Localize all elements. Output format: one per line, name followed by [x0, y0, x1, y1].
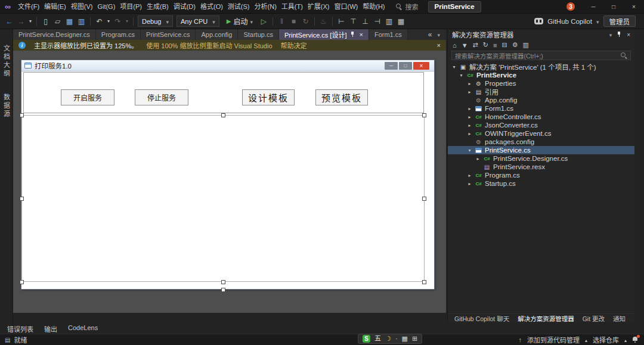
sogou-logo[interactable]: S — [363, 335, 370, 343]
tree-expander-icon[interactable]: ▾ — [459, 73, 464, 78]
configuration-dropdown[interactable]: Debug — [138, 15, 173, 27]
forward-icon[interactable]: → — [16, 15, 27, 27]
sync-with-active-document-icon[interactable]: ⇄ — [473, 41, 478, 49]
tree-expander-icon[interactable]: ▸ — [467, 81, 472, 86]
form-main-panel[interactable] — [21, 115, 425, 282]
tree-expander-icon[interactable]: ▸ — [475, 156, 481, 161]
tree-expander-icon[interactable]: ▸ — [467, 106, 472, 111]
document-tab[interactable]: PrintService.Designer.cs — [13, 29, 96, 40]
designer-button[interactable]: 预览模板 — [315, 89, 368, 105]
toolbox-icon[interactable]: ⊞ — [412, 335, 417, 342]
selection-handle[interactable] — [422, 280, 426, 284]
chevron-up-icon[interactable] — [585, 336, 587, 343]
start-debugging-button[interactable]: 启动 — [223, 15, 256, 27]
new-file-icon[interactable]: ▯ — [40, 15, 51, 27]
panel-tab[interactable]: GitHub Copilot 聊天 — [450, 314, 513, 323]
document-tab[interactable]: PrintService.cs — [141, 29, 196, 40]
close-panel-icon[interactable] — [627, 32, 630, 38]
tree-item[interactable]: ▸ JsonConverter.cs — [448, 121, 634, 129]
github-copilot-icon[interactable] — [534, 18, 543, 24]
menu-item[interactable]: 文件(F) — [16, 0, 42, 13]
align-tops-icon[interactable]: ⊤ — [348, 15, 359, 27]
back-icon[interactable]: ← — [4, 15, 15, 27]
soft-keyboard-icon[interactable]: ▦ — [402, 335, 408, 342]
refresh-icon[interactable]: ↻ — [483, 41, 488, 49]
save-all-icon[interactable]: ▥ — [76, 15, 87, 27]
designer-button[interactable]: 停止服务 — [135, 89, 188, 105]
menu-item[interactable]: 扩展(X) — [305, 0, 332, 13]
document-tab[interactable]: Program.cs — [96, 29, 141, 40]
menu-item[interactable]: Git(G) — [95, 0, 117, 13]
window-position-icon[interactable] — [609, 32, 612, 38]
solution-explorer-search-input[interactable]: 搜索解决方案资源管理器(Ctrl+;) — [451, 51, 631, 60]
add-to-source-control-button[interactable]: 添加到源代码管理 — [527, 335, 580, 344]
panel-tab[interactable]: 解决方案资源管理器 — [513, 314, 578, 323]
selection-handle[interactable] — [221, 113, 225, 117]
menu-item[interactable]: 调试(D) — [171, 0, 198, 13]
properties-icon[interactable]: ⚙ — [512, 41, 518, 49]
pending-changes-filter-icon[interactable]: ▼ — [462, 42, 468, 49]
stop-debugging-icon[interactable]: ■ — [288, 15, 299, 27]
background-tasks-icon[interactable] — [5, 337, 10, 343]
punctuation-icon[interactable]: · — [395, 335, 398, 342]
tree-expander-icon[interactable]: ▾ — [467, 148, 472, 153]
hot-reload-icon[interactable]: ♨ — [318, 15, 329, 27]
panel-tab[interactable]: 通知 — [609, 314, 630, 323]
align-lefts-icon[interactable]: ⊢ — [336, 15, 347, 27]
tree-expander-icon[interactable]: ▸ — [467, 131, 472, 136]
tree-item[interactable]: ▸ PrintService.Designer.cs — [448, 154, 634, 163]
menu-item[interactable]: 工具(T) — [279, 0, 305, 13]
save-icon[interactable]: ▦ — [64, 15, 75, 27]
redo-icon[interactable]: ↷ — [112, 15, 123, 27]
start-without-debugging-icon[interactable]: ▷ — [258, 15, 270, 27]
tree-item[interactable]: ▸ Properties — [448, 79, 634, 88]
visual-studio-logo-icon[interactable] — [0, 0, 16, 14]
selection-handle[interactable] — [221, 280, 225, 284]
platform-dropdown[interactable]: Any CPU — [177, 15, 219, 27]
selection-handle[interactable] — [20, 113, 24, 117]
bottom-panel-tab[interactable]: 错误列表 — [2, 324, 38, 334]
panel-tab[interactable]: Git 更改 — [578, 314, 609, 323]
tab-list-dropdown-icon[interactable] — [437, 30, 440, 39]
pin-panel-icon[interactable] — [617, 32, 622, 38]
open-file-icon[interactable]: ▱ — [52, 15, 63, 27]
menu-item[interactable]: 测试(S) — [225, 0, 252, 13]
document-tab[interactable]: Form1.cs — [369, 29, 408, 40]
selection-handle[interactable] — [20, 197, 24, 201]
form-client-area[interactable]: 开启服务停止服务设计模板预览模板 — [21, 72, 434, 289]
copilot-dropdown-icon[interactable] — [596, 17, 599, 26]
left-tool-tab[interactable]: 数据源 — [2, 94, 11, 119]
form-resize-grip[interactable] — [221, 288, 225, 292]
tree-item[interactable]: ▸ Startup.cs — [448, 179, 634, 188]
tree-item[interactable]: ▸ 引用 — [448, 88, 634, 96]
bottom-panel-tab[interactable]: CodeLens — [63, 324, 103, 334]
menu-item[interactable]: 窗口(W) — [332, 0, 361, 13]
tree-item[interactable]: ▾ PrintService — [448, 71, 634, 79]
make-same-size-icon[interactable]: ▦ — [395, 15, 407, 27]
github-copilot-label[interactable]: GitHub Copilot — [547, 18, 592, 25]
input-mode-label[interactable]: 五 — [374, 335, 381, 342]
admin-mode-button[interactable]: 管理员 — [603, 15, 636, 27]
tree-item[interactable]: ▸ HomeController.cs — [448, 113, 634, 121]
tree-expander-icon[interactable]: ▸ — [467, 123, 472, 128]
tree-expander-icon[interactable]: ▸ — [467, 89, 472, 95]
halfwidth-moon-icon[interactable]: ☽ — [385, 335, 391, 342]
tree-item[interactable]: ▾ PrintService.cs — [448, 146, 634, 154]
close-button[interactable] — [624, 0, 644, 14]
selection-handle[interactable] — [422, 113, 426, 117]
notifications-bell-icon[interactable] — [632, 336, 639, 343]
bottom-panel-tab[interactable]: 输出 — [39, 324, 62, 334]
align-middles-icon[interactable]: ⊥ — [360, 15, 371, 27]
selection-handle[interactable] — [20, 280, 24, 284]
form-top-panel[interactable]: 开启服务停止服务设计模板预览模板 — [23, 72, 424, 113]
align-rights-icon[interactable]: ⊣ — [371, 15, 383, 27]
designer-form[interactable]: 打印服务1.0 开启服务停止服务设计模板预览模板 — [21, 60, 435, 290]
help-me-decide-link[interactable]: 帮助决定 — [281, 41, 307, 50]
collapse-all-icon[interactable]: ⊟ — [501, 41, 507, 49]
maximize-button[interactable] — [603, 0, 624, 14]
tree-item[interactable]: App.config — [448, 96, 634, 104]
tree-item[interactable]: ▸ OWINTriggerEvent.cs — [448, 129, 634, 138]
tree-item[interactable]: packages.config — [448, 138, 634, 146]
preview-selected-items-icon[interactable]: ▥ — [523, 41, 529, 49]
undo-dropdown-icon[interactable]: ▾ — [106, 15, 112, 27]
